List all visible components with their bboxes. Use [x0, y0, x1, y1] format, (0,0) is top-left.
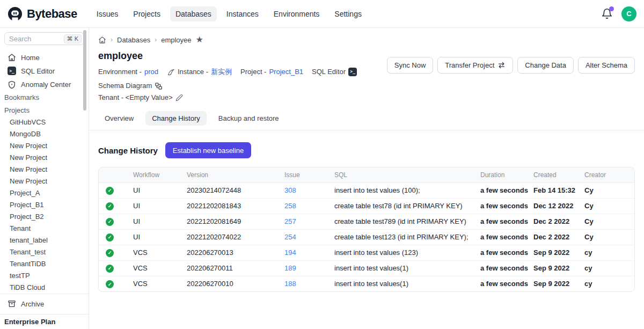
- issue-link[interactable]: 194: [284, 248, 296, 257]
- sidebar-scrollbar[interactable]: [83, 30, 86, 111]
- cell-issue[interactable]: 257: [282, 214, 332, 229]
- bookmark-star-icon[interactable]: ★: [196, 35, 203, 44]
- meta-tenant: Tenant - <Empty Value>: [98, 92, 183, 104]
- sidebar-project-item[interactable]: TiDB Cloud: [0, 282, 89, 294]
- meta-environment: Environment - prod: [98, 66, 158, 78]
- cell-version: 20221202081843: [185, 198, 282, 214]
- change-data-button[interactable]: Change Data: [517, 57, 574, 74]
- bytebase-logo-icon: [8, 6, 23, 21]
- issue-link[interactable]: 189: [284, 264, 296, 272]
- cell-issue[interactable]: 194: [282, 245, 332, 260]
- breadcrumb-databases[interactable]: Databases: [117, 36, 150, 44]
- cell-sql: create table test78 (id int PRIMARY KEY): [332, 198, 478, 214]
- sidebar-project-item[interactable]: Project_B2: [0, 211, 89, 223]
- tab-change-history[interactable]: Change History: [145, 111, 207, 126]
- change-history-row[interactable]: ✓UI20221202081649257create table test789…: [99, 214, 634, 229]
- sidebar-project-item[interactable]: testTP: [0, 270, 89, 282]
- nav-item-environments[interactable]: Environments: [268, 6, 325, 21]
- sidebar-project-item[interactable]: GitHubVCS: [0, 116, 89, 128]
- cell-version: 202206270011: [185, 260, 282, 276]
- sidebar-item-anomaly-center[interactable]: Anomaly Center: [0, 78, 89, 91]
- establish-baseline-button[interactable]: Establish new baseline: [165, 142, 251, 158]
- issue-link[interactable]: 254: [284, 233, 296, 241]
- cell-created: Dec 2 2022: [531, 214, 582, 229]
- col-created: Created: [531, 167, 582, 182]
- cell-creator: Cy: [582, 229, 634, 245]
- sidebar-project-item[interactable]: tenant_label: [0, 235, 89, 246]
- sidebar-project-item[interactable]: New Project: [0, 176, 89, 187]
- tab-backup-and-restore[interactable]: Backup and restore: [212, 111, 286, 126]
- cell-version: 20221202074022: [185, 229, 282, 245]
- cell-duration: a few seconds: [478, 260, 531, 276]
- breadcrumb: › Databases › employee ★: [98, 34, 635, 45]
- cell-issue[interactable]: 189: [282, 260, 332, 276]
- sidebar-project-item[interactable]: New Project: [0, 140, 89, 152]
- sync-now-button[interactable]: Sync Now: [387, 57, 434, 74]
- tab-overview[interactable]: Overview: [98, 111, 140, 126]
- instance-engine-icon: [167, 68, 175, 76]
- transfer-project-button[interactable]: Transfer Project: [437, 57, 513, 74]
- sidebar-project-item[interactable]: TenantTiDB: [0, 258, 89, 270]
- cell-workflow: VCS: [131, 260, 185, 276]
- change-history-row[interactable]: ✓VCS202206270010188insert into test valu…: [99, 276, 634, 291]
- breadcrumb-home-icon[interactable]: [98, 36, 106, 44]
- cell-workflow: UI: [131, 229, 185, 245]
- nav-item-projects[interactable]: Projects: [128, 6, 166, 21]
- cell-issue[interactable]: 258: [282, 198, 332, 214]
- environment-link[interactable]: prod: [144, 66, 158, 78]
- meta-schema-diagram-link[interactable]: Schema Diagram: [98, 80, 163, 92]
- bytebase-logo[interactable]: Bytebase: [8, 6, 77, 21]
- nav-item-issues[interactable]: Issues: [91, 6, 123, 21]
- sidebar-project-item[interactable]: Tenant_test: [0, 246, 89, 258]
- meta-sql-editor-link[interactable]: SQL Editor >_: [312, 66, 357, 78]
- cell-issue[interactable]: 188: [282, 276, 332, 291]
- cell-version: 202206270013: [185, 245, 282, 260]
- cell-sql: insert into test values(1): [332, 276, 478, 291]
- sidebar-item-sql-editor[interactable]: >_ SQL Editor: [0, 64, 89, 78]
- col-creator: Creator: [582, 167, 634, 182]
- nav-item-instances[interactable]: Instances: [221, 6, 264, 21]
- nav-item-databases[interactable]: Databases: [170, 6, 217, 21]
- change-history-row[interactable]: ✓UI20230214072448308insert into test val…: [99, 182, 634, 198]
- change-history-row[interactable]: ✓UI20221202081843258create table test78 …: [99, 198, 634, 214]
- issue-link[interactable]: 258: [284, 202, 296, 210]
- cell-issue[interactable]: 308: [282, 182, 332, 198]
- issue-link[interactable]: 308: [284, 186, 296, 194]
- anomaly-center-shield-icon: [8, 81, 16, 89]
- alter-schema-button[interactable]: Alter Schema: [578, 57, 635, 74]
- change-history-row[interactable]: ✓UI20221202074022254create table test123…: [99, 229, 634, 245]
- page-actions: Sync Now Transfer Project Change Data Al…: [387, 57, 635, 74]
- archive-icon: [8, 299, 16, 308]
- cell-version: 20221202081649: [185, 214, 282, 229]
- nav-right: C: [601, 6, 636, 21]
- issue-link[interactable]: 188: [284, 280, 296, 288]
- nav-item-settings[interactable]: Settings: [329, 6, 367, 21]
- top-nav: Bytebase IssuesProjectsDatabasesInstance…: [0, 0, 644, 28]
- search-input[interactable]: Search ⌘ K: [4, 32, 84, 45]
- change-history-row[interactable]: ✓VCS202206270011189insert into test valu…: [99, 260, 634, 276]
- transfer-arrows-icon: [497, 61, 506, 69]
- project-link[interactable]: Project_B1: [269, 66, 303, 78]
- table-header-row: Workflow Version Issue SQL Duration Crea…: [99, 167, 634, 182]
- issue-link[interactable]: 257: [284, 217, 296, 225]
- breadcrumb-employee[interactable]: employee: [161, 36, 191, 44]
- sidebar-project-item[interactable]: Tenant: [0, 223, 89, 235]
- sidebar-project-item[interactable]: New Project: [0, 152, 89, 164]
- change-history-row[interactable]: ✓VCS202206270013194insert into test valu…: [99, 245, 634, 260]
- user-avatar[interactable]: C: [621, 6, 636, 21]
- notification-bell-icon[interactable]: [601, 8, 613, 20]
- sidebar-project-item[interactable]: New Project: [0, 164, 89, 176]
- edit-pencil-icon[interactable]: [175, 94, 183, 101]
- cell-issue[interactable]: 254: [282, 229, 332, 245]
- sidebar-project-item[interactable]: Project_A: [0, 187, 89, 199]
- sidebar-section-projects[interactable]: Projects: [0, 104, 89, 116]
- cell-creator: cy: [582, 260, 634, 276]
- sidebar-item-home[interactable]: Home: [0, 50, 89, 64]
- cell-created: Sep 9 2022: [531, 245, 582, 260]
- change-history-table: Workflow Version Issue SQL Duration Crea…: [98, 167, 635, 292]
- sidebar-project-item[interactable]: Project_B1: [0, 199, 89, 211]
- sidebar-project-item[interactable]: MongoDB: [0, 128, 89, 140]
- sidebar-section-bookmarks[interactable]: Bookmarks: [0, 91, 89, 104]
- instance-link[interactable]: 新实例: [211, 66, 232, 78]
- sidebar-item-archive[interactable]: Archive: [0, 297, 89, 311]
